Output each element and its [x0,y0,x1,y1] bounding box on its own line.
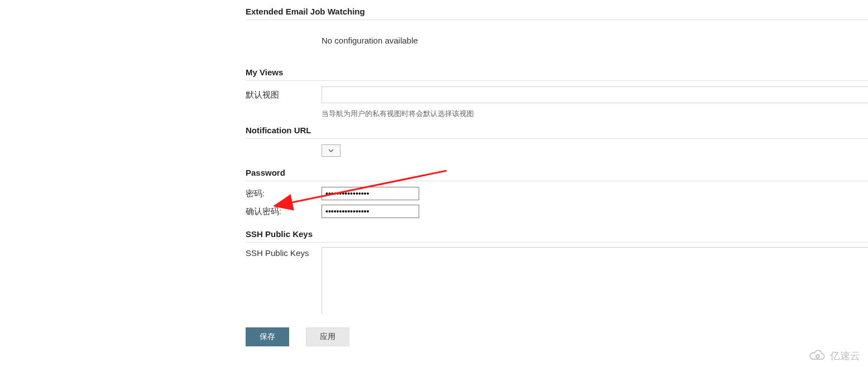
watermark: 亿速云 [808,349,860,363]
section-title-email: Extended Email Job Watching [246,4,868,20]
svg-point-1 [816,355,819,358]
email-watching-empty: No configuration available [246,20,868,61]
cloud-logo-icon [808,349,827,363]
confirm-password-row: 确认密码: [246,205,868,218]
section-email-watching: Extended Email Job Watching No configura… [246,4,868,61]
watermark-text: 亿速云 [830,349,860,363]
section-my-views: My Views 默认视图 当导航为用户的私有视图时将会默认选择该视图 [246,65,868,119]
divider [246,138,868,139]
default-view-row: 默认视图 [246,86,868,103]
section-title-ssh: SSH Public Keys [246,227,868,242]
ssh-textarea[interactable] [322,247,868,314]
config-form: Extended Email Job Watching No configura… [246,0,868,346]
section-title-notification: Notification URL [246,123,868,138]
save-button[interactable]: 保存 [246,327,289,346]
section-title-password: Password [246,166,868,181]
default-view-input[interactable] [322,86,868,103]
confirm-password-label: 确认密码: [246,206,322,217]
section-password: Password 密码: 确认密码: [246,166,868,218]
ssh-label: SSH Public Keys [246,247,322,258]
section-notification-url: Notification URL [246,123,868,157]
divider [246,181,868,181]
password-row: 密码: [246,187,868,200]
password-group: 密码: 确认密码: [246,187,868,218]
divider [246,242,868,243]
confirm-password-input[interactable] [322,205,419,218]
password-input[interactable] [322,187,419,200]
chevron-down-icon [328,148,334,153]
notification-url-dropdown[interactable] [322,144,341,157]
section-ssh: SSH Public Keys SSH Public Keys [246,227,868,314]
ssh-row: SSH Public Keys [246,247,868,314]
default-view-helper: 当导航为用户的私有视图时将会默认选择该视图 [322,109,868,119]
button-bar: 保存 应用 [246,327,868,346]
default-view-field [322,86,868,103]
section-title-myviews: My Views [246,65,868,80]
divider [246,80,868,81]
default-view-label: 默认视图 [246,86,322,100]
apply-button[interactable]: 应用 [306,327,349,346]
password-label: 密码: [246,189,322,199]
